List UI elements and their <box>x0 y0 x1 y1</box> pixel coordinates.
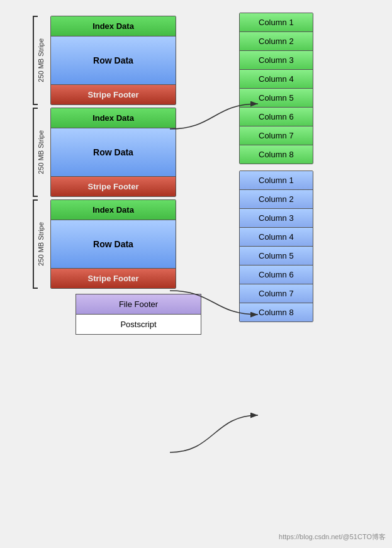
col-blue-4: Column 4 <box>240 228 313 247</box>
stripe-1-index: Index Data <box>51 16 176 36</box>
stripe-3-row: Row Data <box>51 220 176 269</box>
stripe-3-index: Index Data <box>51 200 176 220</box>
stripe-1-label: 250 MB Stripe <box>37 38 45 82</box>
stripe-2-row: Row Data <box>51 128 176 177</box>
bottom-blocks: File Footer Postscript <box>76 294 201 335</box>
col-green-5: Column 5 <box>240 89 313 108</box>
stripe-2-footer: Stripe Footer <box>51 177 176 196</box>
stripe-1-wrapper: 250 MB Stripe Index Data Row Data Stripe… <box>31 16 201 105</box>
columns-section: Column 1 Column 2 Column 3 Column 4 Colu… <box>239 13 313 322</box>
col-green-1: Column 1 <box>240 13 313 32</box>
stripes-column: 250 MB Stripe Index Data Row Data Stripe… <box>31 16 201 335</box>
col-blue-2: Column 2 <box>240 190 313 209</box>
stripe-2-index: Index Data <box>51 108 176 128</box>
arrow-stripe3-blue-bottom <box>170 415 258 452</box>
col-green-8: Column 8 <box>240 145 313 164</box>
main-container: 250 MB Stripe Index Data Row Data Stripe… <box>0 0 392 548</box>
stripe-2-label-container: 250 MB Stripe <box>31 108 50 197</box>
stripe-1-label-container: 250 MB Stripe <box>31 16 50 105</box>
col-green-6: Column 6 <box>240 108 313 126</box>
column-group-green: Column 1 Column 2 Column 3 Column 4 Colu… <box>239 13 313 164</box>
col-blue-7: Column 7 <box>240 284 313 303</box>
col-green-2: Column 2 <box>240 32 313 51</box>
stripe-2-wrapper: 250 MB Stripe Index Data Row Data Stripe… <box>31 108 201 197</box>
col-blue-8: Column 8 <box>240 303 313 322</box>
stripe-1-block: Index Data Row Data Stripe Footer <box>50 16 176 105</box>
watermark: https://blog.csdn.net/@51CTO博客 <box>279 532 386 542</box>
stripe-1-row: Row Data <box>51 36 176 85</box>
column-group-blue: Column 1 Column 2 Column 3 Column 4 Colu… <box>239 171 313 322</box>
col-green-3: Column 3 <box>240 51 313 70</box>
col-blue-3: Column 3 <box>240 209 313 228</box>
stripe-3-footer: Stripe Footer <box>51 269 176 288</box>
col-blue-1: Column 1 <box>240 171 313 190</box>
col-green-7: Column 7 <box>240 126 313 145</box>
col-blue-6: Column 6 <box>240 266 313 284</box>
stripe-2-label: 250 MB Stripe <box>37 130 45 174</box>
stripe-3-label: 250 MB Stripe <box>37 222 45 266</box>
col-blue-5: Column 5 <box>240 247 313 266</box>
stripe-3-wrapper: 250 MB Stripe Index Data Row Data Stripe… <box>31 199 201 289</box>
file-footer-block: File Footer <box>76 294 201 314</box>
stripe-2-block: Index Data Row Data Stripe Footer <box>50 108 176 197</box>
postscript-block: Postscript <box>76 314 201 335</box>
col-green-4: Column 4 <box>240 70 313 89</box>
stripe-3-label-container: 250 MB Stripe <box>31 199 50 289</box>
stripe-1-footer: Stripe Footer <box>51 85 176 104</box>
stripe-3-block: Index Data Row Data Stripe Footer <box>50 199 176 289</box>
